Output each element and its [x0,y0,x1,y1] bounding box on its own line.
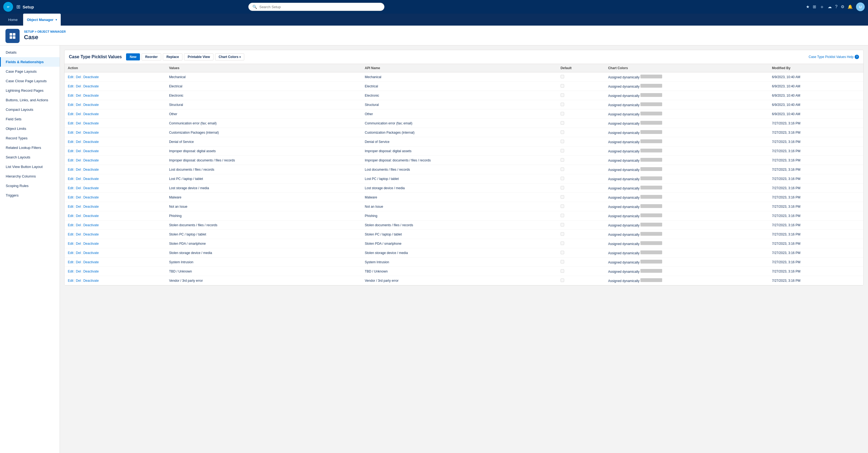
edit-action-link[interactable]: Edit [68,251,73,255]
deactivate-action-link[interactable]: Deactivate [83,158,99,162]
default-checkbox[interactable] [561,214,564,217]
default-checkbox[interactable] [561,177,564,180]
sidebar-item-list-view-button-layout[interactable]: List View Button Layout [0,162,60,171]
deactivate-action-link[interactable]: Deactivate [83,186,99,190]
default-checkbox[interactable] [561,195,564,199]
waffle-icon[interactable]: ⊞ [813,4,816,9]
deactivate-action-link[interactable]: Deactivate [83,195,99,199]
del-action-link[interactable]: Del [76,149,81,153]
default-checkbox[interactable] [561,112,564,116]
del-action-link[interactable]: Del [76,158,81,162]
edit-action-link[interactable]: Edit [68,214,73,218]
del-action-link[interactable]: Del [76,260,81,264]
sidebar-item-lightning-record-pages[interactable]: Lightning Record Pages [0,86,60,95]
edit-action-link[interactable]: Edit [68,223,73,227]
default-checkbox[interactable] [561,103,564,106]
default-checkbox[interactable] [561,260,564,263]
deactivate-action-link[interactable]: Deactivate [83,269,99,273]
del-action-link[interactable]: Del [76,214,81,218]
edit-action-link[interactable]: Edit [68,103,73,107]
edit-action-link[interactable]: Edit [68,158,73,162]
default-checkbox[interactable] [561,204,564,208]
user-avatar[interactable]: U [856,2,865,11]
deactivate-action-link[interactable]: Deactivate [83,121,99,125]
default-checkbox[interactable] [561,269,564,273]
deactivate-action-link[interactable]: Deactivate [83,103,99,107]
default-checkbox[interactable] [561,167,564,171]
deactivate-action-link[interactable]: Deactivate [83,251,99,255]
deactivate-action-link[interactable]: Deactivate [83,232,99,236]
tab-home[interactable]: Home [4,13,22,26]
default-checkbox[interactable] [561,140,564,143]
tab-object-manager[interactable]: Object Manager ▾ [23,13,61,26]
star-icon[interactable]: ★ [806,4,809,9]
default-checkbox[interactable] [561,93,564,97]
deactivate-action-link[interactable]: Deactivate [83,140,99,144]
del-action-link[interactable]: Del [76,269,81,273]
bell-icon[interactable]: 🔔 [847,4,853,9]
del-action-link[interactable]: Del [76,242,81,246]
edit-action-link[interactable]: Edit [68,195,73,199]
del-action-link[interactable]: Del [76,279,81,283]
edit-action-link[interactable]: Edit [68,112,73,116]
del-action-link[interactable]: Del [76,75,81,79]
sidebar-item-search-layouts[interactable]: Search Layouts [0,153,60,162]
deactivate-action-link[interactable]: Deactivate [83,75,99,79]
sidebar-item-scoping-rules[interactable]: Scoping Rules [0,181,60,191]
del-action-link[interactable]: Del [76,223,81,227]
replace-button[interactable]: Replace [163,53,182,60]
deactivate-action-link[interactable]: Deactivate [83,177,99,181]
settings-icon[interactable]: ⚙ [841,4,844,9]
grid-icon[interactable]: ⊞ [16,4,21,10]
edit-action-link[interactable]: Edit [68,269,73,273]
del-action-link[interactable]: Del [76,112,81,116]
salesforce-logo[interactable]: SF [3,2,13,12]
edit-action-link[interactable]: Edit [68,186,73,190]
del-action-link[interactable]: Del [76,168,81,171]
default-checkbox[interactable] [561,251,564,254]
deactivate-action-link[interactable]: Deactivate [83,214,99,218]
del-action-link[interactable]: Del [76,195,81,199]
deactivate-action-link[interactable]: Deactivate [83,168,99,171]
new-button[interactable]: New [126,53,140,60]
deactivate-action-link[interactable]: Deactivate [83,149,99,153]
edit-action-link[interactable]: Edit [68,140,73,144]
deactivate-action-link[interactable]: Deactivate [83,131,99,134]
del-action-link[interactable]: Del [76,85,81,88]
default-checkbox[interactable] [561,75,564,78]
edit-action-link[interactable]: Edit [68,75,73,79]
edit-action-link[interactable]: Edit [68,121,73,125]
del-action-link[interactable]: Del [76,103,81,107]
deactivate-action-link[interactable]: Deactivate [83,205,99,208]
deactivate-action-link[interactable]: Deactivate [83,242,99,246]
edit-action-link[interactable]: Edit [68,242,73,246]
add-icon[interactable]: ＋ [819,4,825,10]
deactivate-action-link[interactable]: Deactivate [83,112,99,116]
sidebar-item-fields-relationships[interactable]: Fields & Relationships [0,57,60,67]
edit-action-link[interactable]: Edit [68,260,73,264]
cloud-icon[interactable]: ☁ [828,4,832,9]
edit-action-link[interactable]: Edit [68,131,73,134]
sidebar-item-record-types[interactable]: Record Types [0,133,60,143]
chart-colors-button[interactable]: Chart Colors ▾ [215,53,244,60]
sidebar-item-case-close-page-layouts[interactable]: Case Close Page Layouts [0,76,60,86]
search-input[interactable] [259,5,380,9]
default-checkbox[interactable] [561,232,564,236]
default-checkbox[interactable] [561,121,564,125]
del-action-link[interactable]: Del [76,205,81,208]
del-action-link[interactable]: Del [76,94,81,97]
sidebar-item-related-lookup-filters[interactable]: Related Lookup Filters [0,143,60,153]
del-action-link[interactable]: Del [76,232,81,236]
deactivate-action-link[interactable]: Deactivate [83,223,99,227]
breadcrumb-setup[interactable]: SETUP [24,30,34,33]
sidebar-item-compact-layouts[interactable]: Compact Layouts [0,105,60,114]
del-action-link[interactable]: Del [76,140,81,144]
sidebar-item-object-limits[interactable]: Object Limits [0,124,60,133]
del-action-link[interactable]: Del [76,186,81,190]
sidebar-item-case-page-layouts[interactable]: Case Page Layouts [0,67,60,76]
default-checkbox[interactable] [561,158,564,162]
reorder-button[interactable]: Reorder [142,53,161,60]
sidebar-item-buttons-links-and-actions[interactable]: Buttons, Links, and Actions [0,95,60,105]
edit-action-link[interactable]: Edit [68,149,73,153]
sidebar-item-details[interactable]: Details [0,47,60,57]
